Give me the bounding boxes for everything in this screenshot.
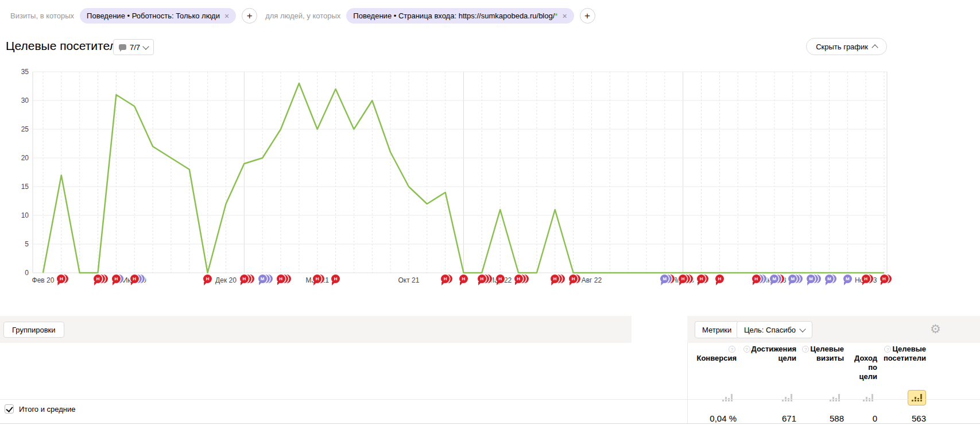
chart-annotation-marker[interactable]: Н (514, 275, 524, 284)
column-header-conversion[interactable]: ?Конверсия (687, 345, 737, 381)
metrics-panel: ?Конверсия ?Достижения цели ?Целевые виз… (687, 345, 926, 425)
close-icon[interactable]: × (224, 12, 229, 20)
goal-select-label: Цель: Спасибо (744, 326, 796, 334)
y-axis-tick-label: 15 (21, 183, 29, 191)
chart-annotation-marker[interactable]: Н (478, 275, 487, 284)
panel-separator (687, 343, 688, 423)
column-header-goal-visits[interactable]: ?Целевые визиты (796, 345, 844, 381)
annotation-bubble-icon[interactable]: М (807, 275, 815, 283)
totals-row-label: Итого и средние (19, 405, 75, 414)
chart-annotation-marker[interactable]: Н (862, 275, 871, 284)
bar-chart-icon-selected[interactable] (908, 390, 926, 405)
chart-annotation-marker[interactable]: М (258, 275, 268, 284)
chart-annotation-marker[interactable]: Н (112, 275, 121, 284)
annotation-bubble-icon[interactable]: Н (752, 275, 761, 283)
hide-chart-label: Скрыть график (816, 42, 868, 51)
chart-annotation-marker[interactable]: Н (569, 275, 578, 284)
filter-middle-label: для людей, у которых (265, 11, 340, 20)
annotation-bubble-icon[interactable]: Н (514, 275, 523, 283)
comments-dropdown-button[interactable]: 7/7 (113, 39, 154, 55)
annotation-bubble-icon[interactable]: М (825, 275, 834, 283)
x-axis-tick-label: Окт 21 (398, 276, 420, 284)
x-axis-tick-label: Дек 20 (215, 276, 237, 284)
chart-annotation-marker[interactable]: Н (551, 275, 560, 284)
annotation-bubble-icon[interactable]: Н (459, 275, 468, 283)
chevron-down-icon (142, 43, 149, 49)
chevron-down-icon (799, 326, 805, 332)
y-axis-tick-label: 5 (25, 240, 29, 248)
annotation-bubble-icon[interactable]: Н (240, 275, 249, 283)
close-icon[interactable]: × (562, 12, 567, 20)
y-axis-tick-label: 30 (21, 96, 29, 105)
annotation-bubble-icon[interactable]: Н (112, 275, 121, 283)
groupings-button[interactable]: Группировки (3, 322, 64, 338)
chart-annotation-marker[interactable]: Н (752, 275, 761, 284)
annotation-bubble-icon[interactable]: Н (697, 275, 706, 283)
metrics-button[interactable]: Метрики (695, 321, 739, 338)
y-axis-tick-label: 20 (21, 154, 29, 162)
annotation-bubble-icon[interactable]: Н (862, 275, 870, 283)
metrica-report-page: Визиты, в которых Поведение • Роботность… (0, 0, 980, 425)
hide-chart-button[interactable]: Скрыть график (806, 38, 887, 55)
filter-chip-landing-page[interactable]: Поведение • Страница входа: https://sumk… (346, 8, 574, 24)
annotation-bubble-icon[interactable]: Н (715, 275, 724, 283)
annotation-bubble-icon[interactable]: Н (331, 275, 340, 283)
y-axis-tick-label: 10 (21, 211, 29, 219)
x-axis-tick-label: Авг 22 (582, 276, 602, 284)
annotation-bubble-icon[interactable]: Н (496, 275, 505, 283)
chart-annotation-marker[interactable]: М (770, 275, 779, 284)
chart-annotation-marker[interactable]: Н (679, 275, 688, 284)
chart-annotation-marker[interactable]: Н (130, 275, 140, 284)
chart-annotation-marker[interactable]: М (825, 275, 834, 284)
annotation-bubble-icon[interactable]: Н (277, 275, 285, 283)
wildcard-suffix: * (555, 11, 557, 20)
goal-select-button[interactable]: Цель: Спасибо (737, 321, 812, 338)
chart-annotation-marker[interactable]: М (788, 275, 797, 284)
help-icon[interactable]: ? (802, 346, 809, 353)
filter-prefix-label: Визиты, в которых (10, 11, 74, 20)
comments-count: 7/7 (130, 43, 140, 52)
add-filter-button[interactable]: + (580, 8, 595, 24)
row-checkbox[interactable] (5, 404, 14, 414)
chart-annotation-marker[interactable]: Н (880, 275, 889, 284)
help-icon[interactable]: ? (884, 346, 891, 353)
chart-annotation-marker[interactable]: М (660, 275, 669, 284)
page-title: Целевые посетители (6, 39, 123, 53)
annotation-bubble-icon[interactable]: Н (569, 275, 578, 283)
annotation-bubble-icon[interactable]: Н (478, 275, 486, 283)
annotation-bubble-icon[interactable]: Н (880, 275, 889, 283)
chart-annotation-marker[interactable]: Н (57, 275, 66, 284)
x-axis-tick-label: Фев 20 (32, 276, 55, 284)
chart-annotation-marker[interactable]: Н (277, 275, 286, 284)
annotation-bubble-icon[interactable]: Н (130, 275, 139, 283)
chevron-up-icon (871, 44, 878, 51)
visitors-line-chart: 05101520253035Фев 20Июл 20Дек 20Май 21Ок… (0, 63, 980, 293)
chart-annotation-marker[interactable]: Н (697, 275, 706, 284)
row-divider (0, 399, 980, 400)
y-axis-tick-label: 25 (21, 125, 29, 133)
annotation-bubble-icon[interactable]: М (843, 275, 852, 283)
chart-annotation-marker[interactable]: Н (240, 275, 249, 284)
bar-chart-icon[interactable] (859, 390, 877, 405)
gear-icon[interactable]: ⚙ (930, 322, 941, 336)
column-header-goal-visitors[interactable]: ?Целевые посетители (877, 345, 926, 381)
bar-chart-icon[interactable] (778, 390, 796, 405)
add-filter-button[interactable]: + (242, 8, 257, 24)
column-header-goal-revenue[interactable]: ?Доход по цели (844, 345, 877, 381)
chart-annotation-marker[interactable]: Н (441, 275, 450, 284)
filter-chip-robotness[interactable]: Поведение • Роботность: Только люди × (80, 8, 236, 24)
help-icon[interactable]: ? (729, 346, 735, 353)
column-header-goal-reaches[interactable]: ?Достижения цели (737, 345, 796, 381)
chart-annotation-marker[interactable]: Н (313, 275, 322, 284)
chart-annotation-marker[interactable]: М (807, 275, 816, 284)
chart-annotation-marker[interactable]: Н (94, 275, 103, 284)
bar-chart-icon[interactable] (826, 390, 844, 405)
filter-chip-landing-page-text: Поведение • Страница входа: https://sumk… (353, 11, 555, 20)
bar-chart-icon[interactable] (718, 390, 737, 405)
metric-chart-toggle-row (687, 388, 926, 405)
metrics-header-row: ?Конверсия ?Достижения цели ?Целевые виз… (687, 345, 926, 381)
annotation-bubble-icon[interactable]: Н (94, 275, 102, 283)
y-axis-tick-label: 0 (25, 269, 29, 277)
help-icon[interactable]: ? (743, 346, 750, 353)
annotation-bubble-icon[interactable]: М (258, 275, 267, 283)
